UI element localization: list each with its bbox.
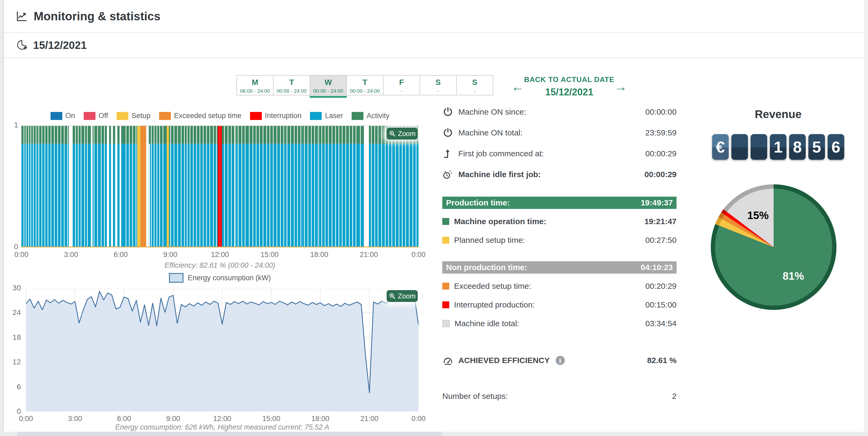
- stat-row: zzMachine idle first job:00:00:29: [442, 169, 677, 180]
- revenue-digit-tile: 5: [808, 134, 825, 160]
- stat-value: 00:15:00: [645, 300, 677, 309]
- legend-label: Interruption: [265, 112, 302, 120]
- section-header-row: Non production time:04:10:23: [442, 261, 677, 274]
- dashboard-card: Monitoring & statistics 15/12/2021 M06:0…: [3, 0, 865, 432]
- week-tab-4[interactable]: T00:00 - 24:00: [346, 75, 383, 95]
- stat-label-group: Planned setup time:: [442, 236, 645, 245]
- stat-color-swatch: [442, 301, 449, 308]
- date-header: 15/12/2021: [4, 33, 865, 58]
- next-day-arrow[interactable]: →: [615, 80, 627, 93]
- revenue-pie-chart: 81%15%: [711, 185, 836, 310]
- stat-value: 23:59:59: [645, 128, 677, 137]
- stat-row: First job commenced at:00:00:29: [442, 148, 677, 159]
- week-tab-day: W: [310, 78, 346, 87]
- stat-value: 00:20:29: [645, 281, 677, 291]
- legend-label: Exceeded setup time: [174, 112, 242, 120]
- energy-y-tick: 6: [8, 382, 21, 391]
- timeline-x-tick: 6:00: [114, 250, 128, 259]
- revenue-title: Revenue: [709, 108, 848, 121]
- week-tab-hours: -: [383, 88, 420, 94]
- stat-label: ACHIEVED EFFICIENCY: [458, 356, 550, 365]
- week-tab-3[interactable]: W00:00 - 24:00: [310, 75, 347, 95]
- energy-x-tick: 0:00: [411, 415, 426, 423]
- revenue-digit-tile: 1: [770, 134, 786, 160]
- stat-label: First job commenced at:: [458, 149, 544, 158]
- stat-label: Machine operation time:: [454, 217, 546, 226]
- selected-date-title: 15/12/2021: [33, 39, 87, 51]
- pie-slice-label: 15%: [747, 209, 769, 221]
- week-tab-day: S: [420, 78, 456, 87]
- week-tab-hours: 00:00 - 24:00: [310, 88, 346, 94]
- efficiency-caption: Efficiency: 82.61 % (00:00 - 24:00): [21, 261, 418, 270]
- revenue-digit-tile: 6: [828, 134, 844, 160]
- energy-x-tick: 3:00: [68, 415, 82, 423]
- current-date-label: 15/12/2021: [524, 87, 615, 98]
- energy-consumption-chart: [26, 288, 418, 411]
- week-tab-6[interactable]: S-: [420, 75, 457, 95]
- legend-item: Interruption: [250, 112, 302, 120]
- timeline-x-tick: 3:00: [64, 250, 78, 259]
- page-title: Monitoring & statistics: [34, 10, 160, 23]
- section-header-value: 19:49:37: [641, 198, 673, 207]
- idleclock-icon: zz: [442, 169, 454, 180]
- horizontal-scrollbar-thumb[interactable]: [17, 432, 442, 436]
- stat-label: Number of setups:: [442, 392, 508, 401]
- week-tab-hours: 06:00 - 24:00: [237, 88, 273, 94]
- legend-swatch: [352, 112, 363, 120]
- energy-zoom-button[interactable]: Zoom: [387, 290, 418, 302]
- stat-value: 19:21:47: [645, 217, 677, 226]
- legend-label: Activity: [367, 112, 390, 120]
- vertical-scrollbar[interactable]: [865, 0, 868, 432]
- legend-label: On: [65, 112, 75, 120]
- power-icon: [442, 106, 454, 118]
- week-tab-2[interactable]: T00:00 - 24:00: [273, 75, 310, 95]
- power-icon: [442, 127, 454, 138]
- stat-label-group: Machine operation time:: [442, 217, 645, 226]
- week-tab-hours: -: [457, 88, 493, 94]
- info-icon[interactable]: i: [556, 356, 565, 365]
- stat-label-group: Machine ON total:: [442, 127, 645, 138]
- stat-label-group: zzMachine idle first job:: [442, 169, 645, 180]
- stat-label-group: Machine ON since:: [442, 106, 645, 118]
- stat-label-group: ACHIEVED EFFICIENCYi: [442, 355, 647, 366]
- timeline-x-tick: 12:00: [211, 250, 229, 259]
- stat-row: Machine idle total:03:34:54: [442, 319, 677, 328]
- svg-text:z: z: [451, 172, 452, 174]
- back-to-actual-date-button[interactable]: BACK TO ACTUAL DATE: [524, 76, 615, 84]
- stat-color-swatch: [442, 283, 449, 290]
- stat-row: Machine operation time:19:21:47: [442, 217, 677, 226]
- energy-y-tick: 12: [8, 358, 21, 366]
- energy-x-axis: 0:003:006:009:0012:0015:0018:0021:000:00: [26, 415, 418, 424]
- stat-label-group: Interrupted production:: [442, 300, 645, 309]
- stat-label: Machine ON since:: [458, 107, 526, 116]
- horizontal-scrollbar[interactable]: [3, 432, 865, 436]
- stat-color-swatch: [442, 237, 449, 244]
- legend-label: Setup: [131, 112, 151, 120]
- energy-legend-swatch: [169, 273, 183, 283]
- week-tab-5[interactable]: F-: [383, 75, 420, 95]
- week-tab-7[interactable]: S-: [456, 75, 493, 95]
- revenue-digit-tile: [751, 134, 767, 160]
- week-tab-day: S: [457, 78, 493, 87]
- timeline-x-tick: 9:00: [163, 250, 178, 259]
- energy-x-tick: 9:00: [166, 415, 180, 423]
- energy-x-tick: 15:00: [262, 415, 280, 423]
- energy-x-tick: 21:00: [361, 415, 379, 423]
- week-tab-1[interactable]: M06:00 - 24:00: [237, 75, 274, 95]
- stat-label: Interrupted production:: [454, 300, 535, 309]
- previous-day-arrow[interactable]: ←: [511, 80, 524, 93]
- legend-swatch: [84, 112, 95, 120]
- date-pie-icon: [16, 39, 27, 51]
- stat-label-group: Number of setups:: [442, 392, 672, 401]
- stat-row: Machine ON total:23:59:59: [442, 127, 677, 138]
- stat-label: Machine idle first job:: [458, 170, 541, 179]
- stat-value: 00:27:50: [645, 236, 677, 245]
- stat-row: Number of setups:2: [442, 392, 677, 401]
- section-header-row: Production time:19:49:37: [442, 197, 677, 209]
- energy-x-tick: 0:00: [19, 415, 33, 423]
- legend-item: Laser: [310, 112, 343, 120]
- legend-label: Off: [99, 112, 108, 120]
- stat-color-swatch: [442, 218, 449, 225]
- statistics-panel: Machine ON since:00:00:00Machine ON tota…: [442, 106, 677, 410]
- timeline-zoom-button[interactable]: Zoom: [387, 128, 418, 139]
